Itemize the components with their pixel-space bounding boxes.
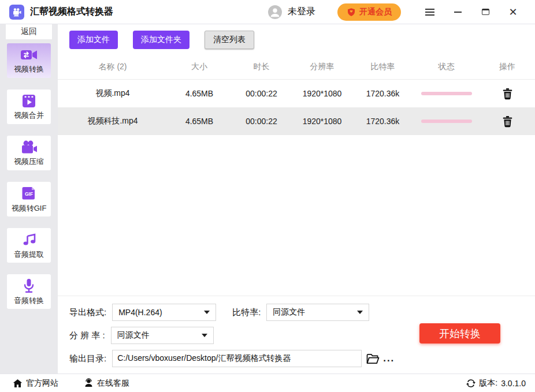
output-dir-label: 输出目录:: [69, 353, 106, 364]
official-site-label: 官方网站: [26, 378, 58, 389]
vip-button-label: 开通会员: [359, 7, 392, 17]
col-header-action: 操作: [480, 62, 535, 72]
chevron-down-icon: [357, 311, 363, 314]
sidebar: 返回 视频转换 视频合并: [0, 24, 58, 374]
cell-file-size: 4.65MB: [168, 117, 231, 126]
export-format-value: MP4(H.264): [118, 308, 199, 317]
export-format-label: 导出格式:: [69, 307, 106, 318]
sidebar-item-video-convert[interactable]: 视频转换: [7, 43, 51, 78]
bitrate-select[interactable]: 同源文件: [266, 304, 369, 321]
trash-icon: [502, 115, 513, 128]
video-convert-icon: [20, 47, 38, 62]
export-settings-panel: 导出格式: MP4(H.264) 比特率: 同源文件 分 辨 率 : 同源文件: [58, 296, 535, 374]
add-file-button[interactable]: 添加文件: [69, 31, 118, 49]
sidebar-item-label: 音频转换: [14, 296, 44, 306]
cell-duration: 00:00:22: [231, 89, 292, 98]
menu-button[interactable]: [416, 3, 444, 21]
folder-icon: [366, 353, 380, 364]
vip-shield-icon: [347, 8, 356, 17]
sidebar-item-label: 视频转换: [14, 64, 44, 74]
login-status[interactable]: 未登录: [288, 6, 315, 18]
online-service-label: 在线客服: [97, 378, 129, 389]
sidebar-item-video-merge[interactable]: 视频合并: [7, 89, 51, 124]
sidebar-item-label: 视频合并: [14, 110, 44, 121]
delete-file-button[interactable]: [501, 114, 514, 129]
sidebar-item-label: 视频转GIF: [12, 203, 47, 214]
customer-service-icon: [84, 378, 94, 388]
col-header-duration: 时长: [231, 62, 292, 72]
sidebar-item-audio-extract[interactable]: 音频提取: [7, 228, 51, 263]
vip-upgrade-button[interactable]: 开通会员: [337, 3, 401, 21]
home-icon: [13, 379, 23, 388]
cell-duration: 00:00:22: [231, 117, 292, 126]
file-table: 名称 (2) 大小 时长 分辨率 比特率 状态 操作 视频.mp4 4.65MB…: [58, 55, 535, 135]
app-title: 汇帮视频格式转换器: [30, 6, 113, 18]
col-header-size: 大小: [168, 62, 231, 72]
col-header-status: 状态: [413, 62, 480, 72]
bitrate-label: 比特率:: [232, 307, 261, 318]
toolbar: 添加文件 添加文件夹 清空列表: [58, 24, 535, 55]
maximize-button[interactable]: [471, 3, 499, 21]
audio-convert-icon: [21, 278, 36, 294]
cell-resolution: 1920*1080: [292, 89, 352, 98]
close-button[interactable]: ✕: [499, 3, 527, 21]
cell-file-size: 4.65MB: [168, 89, 231, 98]
col-header-name: 名称 (2): [58, 62, 168, 72]
video-to-gif-icon: GIF: [21, 185, 37, 201]
clear-list-button[interactable]: 清空列表: [205, 31, 254, 49]
official-site-link[interactable]: 官方网站: [13, 378, 58, 389]
sidebar-item-audio-convert[interactable]: 音频转换: [7, 274, 51, 309]
table-row[interactable]: 视频.mp4 4.65MB 00:00:22 1920*1080 1720.36…: [58, 80, 535, 107]
chevron-down-icon: [202, 334, 207, 337]
table-row[interactable]: 视频科技.mp4 4.65MB 00:00:22 1920*1080 1720.…: [58, 107, 535, 135]
cell-bitrate: 1720.36k: [352, 117, 413, 126]
minimize-icon: [454, 12, 462, 13]
sidebar-item-video-to-gif[interactable]: GIF 视频转GIF: [7, 182, 51, 216]
trash-icon: [502, 88, 513, 100]
video-merge-icon: [21, 94, 37, 109]
update-refresh-icon[interactable]: [466, 379, 475, 388]
resolution-value: 同源文件: [117, 330, 197, 341]
sidebar-item-video-compress[interactable]: 视频压缩: [7, 136, 51, 170]
version-value: 3.0.1.0: [501, 379, 526, 388]
status-bar: 官方网站 在线客服 版本: 3.0.1.0: [0, 374, 535, 392]
start-convert-button[interactable]: 开始转换: [419, 323, 500, 344]
output-dir-input[interactable]: [112, 350, 362, 367]
video-compress-icon: [20, 140, 38, 155]
more-options-button[interactable]: ...: [383, 356, 395, 361]
progress-bar: [421, 92, 472, 95]
audio-extract-icon: [21, 232, 37, 248]
col-header-resolution: 分辨率: [292, 62, 352, 72]
col-header-bitrate: 比特率: [352, 62, 413, 72]
sidebar-item-label: 视频压缩: [14, 156, 44, 167]
sidebar-item-label: 音频提取: [14, 249, 44, 260]
minimize-button[interactable]: [444, 3, 471, 21]
chevron-down-icon: [204, 311, 210, 314]
cell-resolution: 1920*1080: [292, 117, 352, 126]
browse-folder-button[interactable]: [366, 353, 380, 364]
hamburger-icon: [425, 12, 434, 13]
resolution-label: 分 辨 率 :: [69, 330, 105, 341]
table-header-row: 名称 (2) 大小 时长 分辨率 比特率 状态 操作: [58, 55, 535, 80]
delete-file-button[interactable]: [501, 87, 514, 101]
cell-file-name: 视频科技.mp4: [58, 116, 168, 126]
export-format-select[interactable]: MP4(H.264): [112, 304, 216, 321]
app-window: 汇帮视频格式转换器 未登录 开通会员 ✕ 返回: [0, 0, 535, 392]
user-avatar-icon[interactable]: [268, 5, 282, 19]
title-bar: 汇帮视频格式转换器 未登录 开通会员 ✕: [0, 0, 535, 24]
cell-file-name: 视频.mp4: [58, 88, 168, 99]
resolution-select[interactable]: 同源文件: [111, 327, 214, 344]
add-folder-button[interactable]: 添加文件夹: [133, 31, 190, 49]
back-button[interactable]: 返回: [6, 24, 52, 39]
close-icon: ✕: [508, 7, 517, 17]
version-label: 版本:: [479, 378, 497, 389]
cell-bitrate: 1720.36k: [352, 89, 413, 98]
app-logo-icon: [9, 5, 24, 20]
maximize-icon: [482, 9, 489, 15]
online-service-link[interactable]: 在线客服: [84, 378, 129, 389]
progress-bar: [421, 120, 472, 123]
svg-text:GIF: GIF: [25, 191, 33, 196]
main-panel: 添加文件 添加文件夹 清空列表 名称 (2) 大小 时长 分辨率 比特率 状态 …: [58, 24, 535, 374]
bitrate-value: 同源文件: [273, 307, 352, 318]
